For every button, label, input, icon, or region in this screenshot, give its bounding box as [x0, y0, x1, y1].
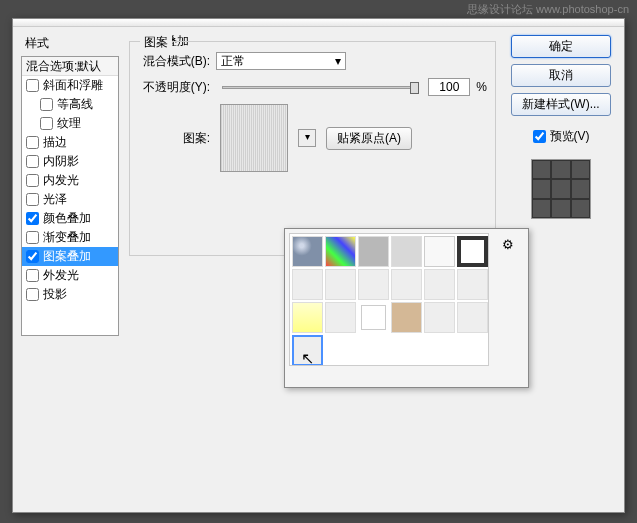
style-texture[interactable]: 纹理 [22, 114, 118, 133]
pattern-thumb[interactable] [391, 302, 422, 333]
pattern-thumb[interactable] [358, 236, 389, 267]
gear-icon[interactable]: ⚙ [502, 237, 518, 253]
checkbox-satin[interactable] [26, 193, 39, 206]
style-gradient-overlay[interactable]: 渐变叠加 [22, 228, 118, 247]
pattern-row: 图案: ▾ 贴紧原点(A) [138, 104, 487, 172]
preview-thumbnail [531, 159, 591, 219]
pattern-thumb[interactable] [292, 236, 323, 267]
opacity-input[interactable] [428, 78, 470, 96]
dialog-content: 样式 混合选项:默认 斜面和浮雕 等高线 纹理 描边 内阴影 内发光 光泽 颜色… [13, 27, 624, 512]
checkbox-contour[interactable] [40, 98, 53, 111]
style-outer-glow[interactable]: 外发光 [22, 266, 118, 285]
checkbox-drop-shadow[interactable] [26, 288, 39, 301]
pattern-thumb[interactable] [325, 302, 356, 333]
pattern-thumb[interactable] [457, 236, 488, 267]
pattern-dropdown-icon[interactable]: ▾ [298, 129, 316, 147]
pattern-grid[interactable] [289, 233, 489, 366]
checkbox-pattern-overlay[interactable] [26, 250, 39, 263]
ok-button[interactable]: 确定 [511, 35, 611, 58]
blend-mode-row: 混合模式(B): 正常 [138, 52, 487, 70]
checkbox-bevel[interactable] [26, 79, 39, 92]
opacity-percent: % [476, 80, 487, 94]
style-contour[interactable]: 等高线 [22, 95, 118, 114]
pattern-thumb[interactable] [292, 302, 323, 333]
pattern-overlay-group: 图案 混合模式(B): 正常 不透明度(Y): % 图案: ▾ 贴紧原点(A) [129, 41, 496, 256]
pattern-thumb[interactable] [424, 236, 455, 267]
checkbox-stroke[interactable] [26, 136, 39, 149]
pattern-thumb[interactable] [358, 302, 389, 333]
pattern-thumb[interactable] [424, 302, 455, 333]
pattern-thumb[interactable] [424, 269, 455, 300]
pattern-thumb-selected[interactable] [292, 335, 323, 366]
preview-row: 预览(V) [533, 128, 590, 145]
styles-panel: 样式 混合选项:默认 斜面和浮雕 等高线 纹理 描边 内阴影 内发光 光泽 颜色… [21, 35, 119, 504]
style-drop-shadow[interactable]: 投影 [22, 285, 118, 304]
style-inner-glow[interactable]: 内发光 [22, 171, 118, 190]
pattern-thumb[interactable] [325, 236, 356, 267]
new-style-button[interactable]: 新建样式(W)... [511, 93, 611, 116]
checkbox-inner-shadow[interactable] [26, 155, 39, 168]
checkbox-texture[interactable] [40, 117, 53, 130]
checkbox-inner-glow[interactable] [26, 174, 39, 187]
style-color-overlay[interactable]: 颜色叠加 [22, 209, 118, 228]
style-inner-shadow[interactable]: 内阴影 [22, 152, 118, 171]
settings-panel: 图案叠加 图案 混合模式(B): 正常 不透明度(Y): % 图案: ▾ [129, 35, 496, 504]
pattern-swatch[interactable] [220, 104, 288, 172]
pattern-thumb[interactable] [325, 269, 356, 300]
layer-style-dialog: 样式 混合选项:默认 斜面和浮雕 等高线 纹理 描边 内阴影 内发光 光泽 颜色… [12, 18, 625, 513]
pattern-thumb[interactable] [457, 269, 488, 300]
blend-mode-select[interactable]: 正常 [216, 52, 346, 70]
styles-list: 混合选项:默认 斜面和浮雕 等高线 纹理 描边 内阴影 内发光 光泽 颜色叠加 … [21, 56, 119, 336]
snap-origin-button[interactable]: 贴紧原点(A) [326, 127, 412, 150]
pattern-label: 图案: [138, 130, 210, 147]
pattern-picker-popup: ⚙ [284, 228, 529, 388]
opacity-slider[interactable] [222, 86, 416, 89]
style-pattern-overlay[interactable]: 图案叠加 [22, 247, 118, 266]
pattern-thumb[interactable] [391, 269, 422, 300]
opacity-row: 不透明度(Y): % [138, 78, 487, 96]
watermark-text: 思缘设计论坛 www.photoshop-cn [467, 2, 629, 17]
pattern-thumb[interactable] [292, 269, 323, 300]
style-stroke[interactable]: 描边 [22, 133, 118, 152]
blend-mode-label: 混合模式(B): [138, 53, 210, 70]
subgroup-title: 图案 [140, 34, 172, 51]
pattern-thumb[interactable] [391, 236, 422, 267]
opacity-label: 不透明度(Y): [138, 79, 210, 96]
opacity-thumb[interactable] [410, 82, 419, 94]
styles-heading: 样式 [21, 35, 119, 52]
dialog-titlebar [13, 19, 624, 27]
cancel-button[interactable]: 取消 [511, 64, 611, 87]
preview-checkbox[interactable] [533, 130, 546, 143]
preview-label: 预览(V) [550, 128, 590, 145]
style-bevel-emboss[interactable]: 斜面和浮雕 [22, 76, 118, 95]
pattern-thumb[interactable] [358, 269, 389, 300]
checkbox-gradient-overlay[interactable] [26, 231, 39, 244]
pattern-thumb[interactable] [457, 302, 488, 333]
checkbox-color-overlay[interactable] [26, 212, 39, 225]
style-satin[interactable]: 光泽 [22, 190, 118, 209]
checkbox-outer-glow[interactable] [26, 269, 39, 282]
blend-options-default[interactable]: 混合选项:默认 [22, 57, 118, 76]
